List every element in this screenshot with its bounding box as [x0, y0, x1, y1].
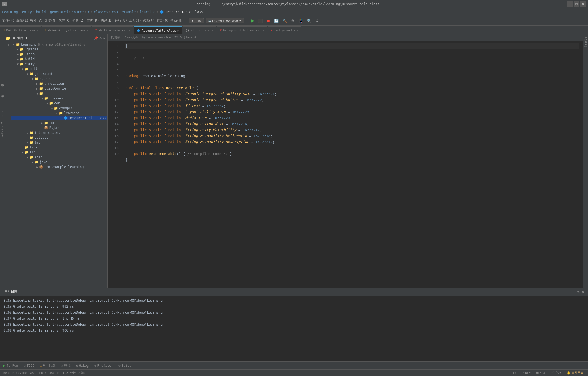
project-icon[interactable]: 📁 — [5, 35, 11, 41]
tree-item-gradle[interactable]: ▶ 📁 .gradle — [11, 47, 107, 52]
tree-item-tmp[interactable]: ▶ 📁 tmp — [11, 140, 107, 145]
run-button[interactable]: ▶ — [250, 17, 255, 24]
sync-button[interactable]: 🔄 — [273, 17, 280, 24]
code-area[interactable]: │ /.../ package com.example.learning; pu… — [121, 41, 583, 288]
code-content[interactable]: 1 2 3 4 5 6 7 8 9 10 11 12 13 14 15 16 1… — [108, 41, 583, 288]
file-tree-close-btn[interactable]: ✕ — [103, 36, 105, 40]
sdk-manager-btn[interactable]: ⚙ — [290, 17, 296, 24]
entry-selector[interactable]: ▼ entry — [189, 18, 204, 23]
toolbar-menu-analyze[interactable]: 分析(Z) — [72, 18, 85, 23]
tree-item-main[interactable]: ▼ 📁 main — [11, 155, 107, 160]
tree-item-build-top[interactable]: ▶ 📁 build — [11, 57, 107, 62]
avd-manager-btn[interactable]: 📱 — [297, 17, 304, 24]
breadcrumb-com[interactable]: com — [112, 10, 118, 14]
toolbar-menu-navigate[interactable]: 导航(N) — [44, 18, 57, 23]
panel-tab-event-log[interactable]: 事件日志 — [3, 289, 19, 295]
tab-close-main-ability-slice[interactable]: ✕ — [87, 29, 88, 32]
tab-close-string-json[interactable]: ✕ — [212, 29, 213, 32]
toolbar-menu-refactor[interactable]: 重构(R) — [87, 18, 99, 23]
tree-item-intermediates[interactable]: ▶ 📁 intermediates — [11, 130, 107, 135]
breadcrumb-learning[interactable]: Learning — [2, 10, 18, 14]
tab-main-ability-slice[interactable]: J MainAbilitySlice.java ✕ — [42, 26, 92, 34]
debug-button[interactable]: ⬛ — [257, 17, 264, 24]
file-tree-settings-btn[interactable]: ⚙ — [100, 36, 102, 40]
device-selector[interactable]: 💻 HUAWEI DBY-W09 ▼ — [206, 18, 244, 23]
stop-button[interactable]: ⏹ — [265, 17, 271, 24]
tab-close-ability-main[interactable]: ✕ — [128, 29, 130, 32]
breadcrumb-r[interactable]: r — [88, 10, 90, 14]
breadcrumb-entry[interactable]: entry — [22, 10, 32, 14]
tree-item-learning-pkg[interactable]: ▼ 📁 learning — [11, 111, 107, 116]
structure-icon[interactable]: ⊞ — [5, 42, 11, 47]
panel-content[interactable]: 8:35 Executing tasks: [entry:assembleDeb… — [0, 296, 588, 361]
toolbar-menu-edit[interactable]: 编辑(E) — [16, 18, 29, 23]
tree-item-com[interactable]: ▼ 📁 com — [11, 101, 107, 106]
tree-item-src[interactable]: ▼ 📁 src — [11, 150, 107, 155]
tree-item-build[interactable]: ▼ 📁 build — [11, 66, 107, 71]
search-everywhere-btn[interactable]: 🔍 — [306, 17, 313, 24]
cursor-position[interactable]: 1:1 — [512, 371, 519, 375]
left-label-ohosbuild[interactable]: OhosBuild Variants — [1, 111, 4, 140]
toolbar-menu-window[interactable]: 窗口(O) — [156, 18, 169, 23]
breadcrumb-example[interactable]: example — [122, 10, 136, 14]
settings-btn[interactable]: ⚙ — [314, 17, 320, 24]
build-event-btn[interactable]: 🔔 事件日志 — [566, 370, 585, 375]
tab-string-json[interactable]: {} string.json ✕ — [183, 26, 216, 34]
tree-item-example[interactable]: ▼ 📁 example — [11, 106, 107, 111]
breadcrumb-build[interactable]: build — [36, 10, 46, 14]
tab-close-main-ability[interactable]: ✕ — [36, 29, 38, 32]
tab-ability-main-xml[interactable]: X ability_main.xml ✕ — [92, 26, 133, 34]
tab-background-button-xml[interactable]: X background_button.xml ✕ — [217, 26, 267, 34]
minimize-button[interactable]: ─ — [567, 1, 573, 7]
tree-item-rjar[interactable]: 📦 R.jar — [11, 125, 107, 130]
tree-item-classes[interactable]: ▼ 📁 classes — [11, 96, 107, 101]
tree-item-r[interactable]: ▼ 📁 r — [11, 91, 107, 96]
tab-main-ability[interactable]: J MainAbility.java ✕ — [0, 26, 41, 34]
tree-item-com2[interactable]: ▶ 📁 com — [11, 120, 107, 125]
toolbar-menu-file[interactable]: 文件(F) — [2, 18, 15, 23]
file-tree-pin-btn[interactable]: 📌 — [94, 36, 98, 40]
tree-item-generated[interactable]: ▼ 📁 generated — [11, 71, 107, 76]
action-run[interactable]: ▶ 4: Run — [3, 364, 18, 368]
tree-item-java[interactable]: ▼ 📁 java — [11, 160, 107, 165]
build-icon-btn[interactable]: 🔨 — [281, 17, 288, 24]
toolbar-menu-view[interactable]: 视图(V) — [30, 18, 43, 23]
tree-item-com-example-learning[interactable]: ▶ 📦 com.example.learning — [11, 165, 107, 169]
toolbar-menu-vcs[interactable]: VCS(S) — [143, 19, 155, 23]
close-button[interactable]: ✕ — [580, 1, 586, 7]
tree-item-outputs[interactable]: ▶ 📁 outputs — [11, 135, 107, 140]
breadcrumb-classes[interactable]: classes — [94, 10, 108, 14]
toolbar-menu-help[interactable]: 帮助(H) — [170, 18, 183, 23]
tree-item-learning-root[interactable]: ▼ 📁 Learning D:\HarmonyOS\demo\Learning — [11, 42, 107, 47]
gradle-label[interactable]: Gradle — [584, 37, 587, 47]
toolbar-menu-build[interactable]: 构建(B) — [101, 18, 113, 23]
action-terminal[interactable]: ⊟ 终端 — [61, 363, 71, 368]
tree-scroll[interactable]: ▼ 📁 Learning D:\HarmonyOS\demo\Learning … — [11, 42, 107, 288]
breadcrumb-generated[interactable]: generated — [50, 10, 68, 14]
indent-setting[interactable]: 4个空格 — [549, 370, 562, 375]
tree-item-buildconfig[interactable]: ▶ 📁 buildConfig — [11, 86, 107, 91]
tab-resource-table[interactable]: 🔷 ResourceTable.class ✕ — [134, 26, 182, 34]
panel-settings-btn[interactable]: ⚙ — [576, 290, 580, 294]
tab-close-background-a[interactable]: ✕ — [297, 29, 298, 32]
tab-close-resource-table[interactable]: ✕ — [177, 29, 179, 32]
toolbar-menu-run[interactable]: 运行(U) — [115, 18, 127, 23]
action-hilog[interactable]: ◉ HiLog — [76, 364, 89, 368]
action-profiler[interactable]: ◈ Profiler — [94, 364, 113, 368]
breadcrumb-learningpkg[interactable]: learning — [140, 10, 156, 14]
panel-close-btn[interactable]: ✕ — [581, 290, 585, 294]
tree-item-resource-table[interactable]: 🔷 ResourceTable.class — [11, 116, 107, 120]
tree-item-libs[interactable]: 📁 libs — [11, 145, 107, 150]
tree-item-entry[interactable]: ▼ 📁 entry — [11, 62, 107, 66]
toolbar-menu-tools[interactable]: 工具(T) — [129, 18, 141, 23]
action-todo[interactable]: ☑ TODO — [24, 364, 35, 368]
maximize-button[interactable]: □ — [574, 1, 579, 7]
action-problems[interactable]: ⚠ 6: 问题 — [40, 363, 56, 368]
toolbar-menu-code[interactable]: 代码(C) — [59, 18, 71, 23]
tree-item-source[interactable]: ▼ 📁 source — [11, 76, 107, 81]
line-ending[interactable]: CRLF — [522, 371, 532, 375]
tab-close-background-button[interactable]: ✕ — [262, 29, 264, 32]
encoding[interactable]: UTF-8 — [535, 371, 546, 375]
breadcrumb-source[interactable]: source — [72, 10, 84, 14]
tree-item-idea[interactable]: ▶ 📁 .idea — [11, 52, 107, 57]
